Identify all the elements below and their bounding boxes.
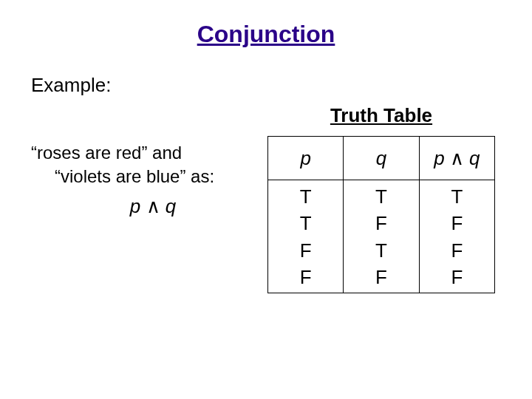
val: T bbox=[420, 183, 494, 210]
expr-op: ∧ bbox=[146, 195, 160, 217]
phrase-part-1: “roses are red” bbox=[31, 143, 152, 163]
val: F bbox=[420, 237, 494, 264]
cell-p: T T F F bbox=[268, 180, 344, 293]
phrase-and: and bbox=[152, 143, 182, 163]
val: F bbox=[268, 237, 343, 264]
truth-table-title: Truth Table bbox=[267, 104, 495, 127]
table-header-row: p q p ∧ q bbox=[268, 137, 495, 180]
phrase-line-1: “roses are red” and bbox=[31, 141, 260, 165]
expr-p: p bbox=[130, 195, 140, 217]
cell-q: T F T F bbox=[344, 180, 419, 293]
phrase-line-2: “violets are blue” as: bbox=[31, 165, 260, 188]
val: T bbox=[268, 210, 343, 236]
truth-table-block: Truth Table p q p ∧ q T T F F bbox=[260, 104, 532, 293]
val: F bbox=[344, 264, 418, 290]
th-pq-op: ∧ bbox=[450, 147, 464, 169]
val: T bbox=[344, 237, 418, 264]
th-pq-p: p bbox=[434, 147, 444, 169]
slide-title: Conjunction bbox=[0, 21, 532, 48]
example-text: “roses are red” and “violets are blue” a… bbox=[0, 104, 260, 293]
th-q: q bbox=[344, 137, 419, 180]
table-row: T T F F T F T F T F F F bbox=[268, 180, 495, 293]
val: T bbox=[268, 183, 343, 210]
val: T bbox=[344, 183, 418, 210]
expression: p ∧ q bbox=[31, 195, 260, 218]
th-p: p bbox=[268, 137, 344, 180]
th-pq-q: q bbox=[469, 147, 480, 169]
example-label: Example: bbox=[31, 74, 532, 97]
val: F bbox=[268, 264, 343, 290]
val: F bbox=[344, 210, 418, 236]
val: F bbox=[420, 210, 494, 236]
cell-pq: T F F F bbox=[419, 180, 494, 293]
th-pq: p ∧ q bbox=[419, 137, 494, 180]
expr-q: q bbox=[166, 195, 176, 217]
val: F bbox=[420, 264, 494, 290]
content-row: “roses are red” and “violets are blue” a… bbox=[0, 104, 532, 293]
truth-table: p q p ∧ q T T F F T bbox=[267, 136, 495, 293]
